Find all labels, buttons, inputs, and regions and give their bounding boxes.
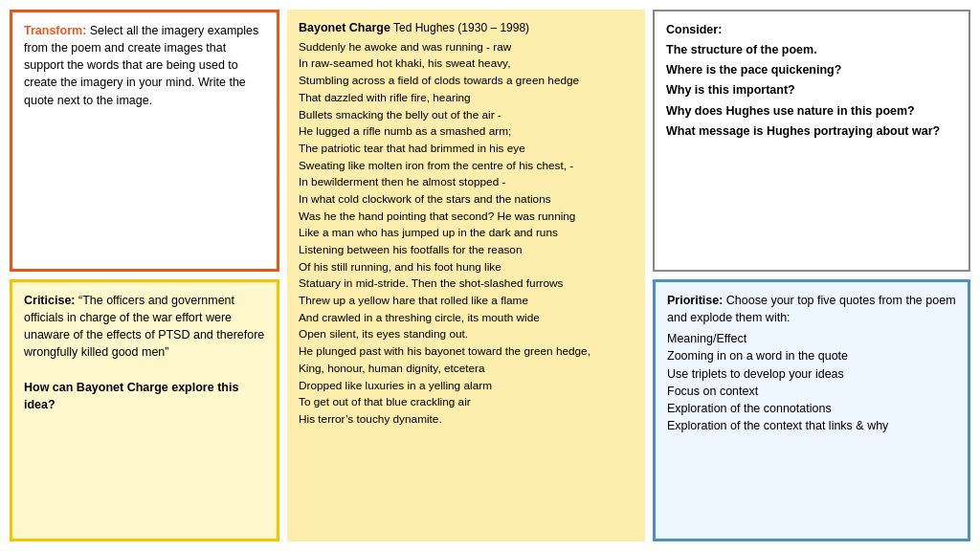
consider-point-2: Why is this important? — [666, 81, 957, 99]
consider-point-4: What message is Hughes portraying about … — [666, 122, 957, 140]
prioritise-label: Prioritise: — [667, 294, 723, 307]
poem-line: In what cold clockwork of the stars and … — [299, 191, 634, 209]
poem-line: Of his still running, and his foot hung … — [299, 259, 634, 276]
prioritise-item-4: Exploration of the connotations — [667, 400, 956, 417]
poem-card: Bayonet Charge Ted Hughes (1930 – 1998) … — [287, 10, 645, 541]
poem-line: Bullets smacking the belly out of the ai… — [299, 107, 634, 124]
poem-line: That dazzled with rifle fire, hearing — [299, 90, 634, 107]
poem-line: He plunged past with his bayonet toward … — [299, 343, 634, 361]
criticise-question: How can Bayonet Charge explore this idea… — [24, 381, 238, 411]
poem-line: Open silent, its eyes standing out. — [299, 326, 634, 343]
poem-line: Dropped like luxuries in a yelling alarm — [299, 378, 634, 395]
consider-point-1: Where is the pace quickening? — [666, 61, 957, 78]
criticise-card: Criticise: “The officers and government … — [10, 279, 279, 541]
poem-line: In raw-seamed hot khaki, his sweat heavy… — [299, 55, 634, 73]
prioritise-item-0: Meaning/Effect — [667, 330, 956, 347]
poem-line: Suddenly he awoke and was running - raw — [299, 39, 634, 56]
poem-line: He lugged a rifle numb as a smashed arm; — [299, 123, 634, 141]
poem-line: Sweating like molten iron from the centr… — [299, 158, 634, 175]
prioritise-item-3: Focus on context — [667, 383, 956, 400]
poem-line: Stumbling across a field of clods toward… — [299, 73, 634, 90]
poem-author: Ted Hughes (1930 – 1998) — [393, 21, 529, 34]
prioritise-item-2: Use triplets to develop your ideas — [667, 365, 956, 383]
poem-line: Statuary in mid-stride. Then the shot-sl… — [299, 276, 634, 293]
consider-points: The structure of the poem.Where is the p… — [666, 41, 957, 140]
consider-card: Consider: The structure of the poem.Wher… — [653, 10, 970, 272]
poem-title-line: Bayonet Charge Ted Hughes (1930 – 1998) — [299, 19, 634, 37]
poem-line: His terror’s touchy dynamite. — [299, 411, 634, 429]
consider-point-0: The structure of the poem. — [666, 41, 957, 58]
poem-line: Like a man who has jumped up in the dark… — [299, 225, 634, 242]
poem-title: Bayonet Charge — [299, 21, 390, 34]
transform-card: Transform: Select all the imagery exampl… — [10, 10, 279, 272]
poem-body: Suddenly he awoke and was running - rawI… — [299, 39, 634, 429]
poem-line: And crawled in a threshing circle, its m… — [299, 310, 634, 327]
prioritise-card: Prioritise: Choose your top five quotes … — [653, 279, 970, 541]
prioritise-item-1: Zooming in on a word in the quote — [667, 347, 956, 364]
consider-point-3: Why does Hughes use nature in this poem? — [666, 102, 957, 120]
poem-line: In bewilderment then he almost stopped - — [299, 174, 634, 191]
poem-line: To get out of that blue crackling air — [299, 394, 634, 411]
prioritise-item-5: Exploration of the context that links & … — [667, 417, 956, 434]
poem-line: King, honour, human dignity, etcetera — [299, 361, 634, 378]
poem-line: Threw up a yellow hare that rolled like … — [299, 293, 634, 310]
consider-label: Consider: — [666, 23, 722, 36]
criticise-label: Criticise: — [24, 294, 76, 307]
poem-line: Was he the hand pointing that second? He… — [299, 209, 634, 226]
poem-line: Listening between his footfalls for the … — [299, 242, 634, 259]
poem-line: The patriotic tear that had brimmed in h… — [299, 141, 634, 158]
prioritise-list: Meaning/EffectZooming in on a word in th… — [667, 330, 956, 434]
transform-label: Transform: Select all the imagery exampl… — [24, 24, 258, 107]
